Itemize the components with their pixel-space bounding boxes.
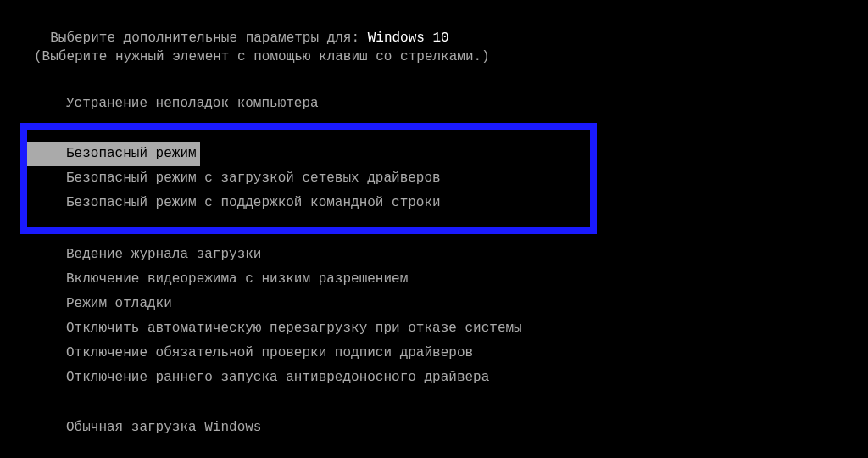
menu-item-repair[interactable]: Устранение неполадок компьютера — [0, 92, 868, 116]
menu-item-debugging-mode[interactable]: Режим отладки — [0, 292, 868, 316]
menu-item-start-normally[interactable]: Обычная загрузка Windows — [0, 416, 868, 440]
menu-item-boot-logging[interactable]: Ведение журнала загрузки — [0, 243, 868, 267]
menu-item-disable-early-antimalware[interactable]: Отключение раннего запуска антивредоносн… — [0, 366, 868, 390]
menu-item-disable-driver-signature[interactable]: Отключение обязательной проверки подписи… — [0, 341, 868, 366]
boot-header-os: Windows 10 — [368, 31, 449, 46]
safe-mode-highlight-box: Безопасный режим Безопасный режим с загр… — [20, 123, 597, 234]
menu-item-low-res-video[interactable]: Включение видеорежима с низким разрешени… — [0, 267, 868, 292]
menu-item-safe-mode[interactable]: Безопасный режим — [27, 142, 590, 166]
menu-item-safe-mode-label: Безопасный режим — [27, 142, 200, 166]
boot-header-prompt: Выберите дополнительные параметры для: — [50, 31, 367, 46]
menu-item-safe-mode-cmd[interactable]: Безопасный режим с поддержкой командной … — [27, 191, 590, 215]
boot-header-line: Выберите дополнительные параметры для: W… — [0, 10, 868, 47]
menu-item-disable-auto-restart[interactable]: Отключить автоматическую перезагрузку пр… — [0, 316, 868, 341]
boot-header-instruction: (Выберите нужный элемент с помощью клави… — [0, 47, 868, 66]
menu-item-safe-mode-networking[interactable]: Безопасный режим с загрузкой сетевых дра… — [27, 166, 590, 191]
